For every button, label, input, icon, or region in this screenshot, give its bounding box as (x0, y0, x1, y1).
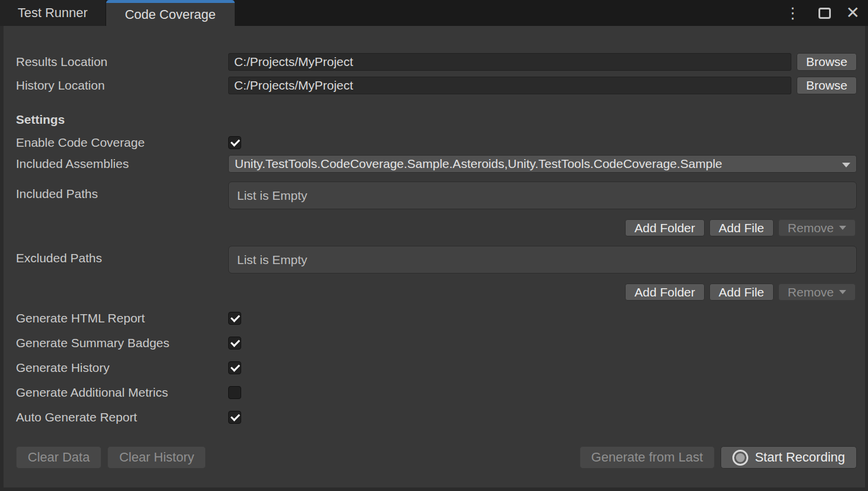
content-area: Results Location C:/Projects/MyProject B… (4, 26, 865, 487)
excluded-paths-label: Excluded Paths (4, 249, 228, 267)
excluded-add-file-button[interactable]: Add File (709, 284, 774, 301)
excluded-add-folder-button[interactable]: Add Folder (625, 284, 705, 301)
settings-header: Settings (4, 113, 65, 127)
maximize-icon[interactable] (818, 8, 831, 19)
auto-generate-report-row: Auto Generate Report (4, 410, 857, 424)
generate-additional-metrics-label: Generate Additional Metrics (4, 385, 228, 400)
included-paths-buttons: Add Folder Add File Remove (4, 219, 856, 236)
chevron-down-icon (842, 163, 850, 167)
excluded-paths-row: Excluded Paths List is Empty (4, 246, 857, 273)
tab-code-coverage-label: Code Coverage (125, 7, 216, 22)
included-remove-label: Remove (788, 221, 834, 235)
included-paths-empty-text: List is Empty (237, 189, 307, 203)
included-assemblies-dropdown[interactable]: Unity.TestTools.CodeCoverage.Sample.Aste… (228, 155, 857, 173)
included-add-folder-button[interactable]: Add Folder (625, 219, 705, 236)
chevron-down-icon (839, 290, 846, 294)
generate-history-label: Generate History (4, 361, 228, 375)
kebab-menu-icon[interactable]: ⋮ (783, 5, 803, 21)
generate-summary-badges-label: Generate Summary Badges (4, 336, 228, 350)
enable-code-coverage-label: Enable Code Coverage (4, 136, 228, 150)
tab-bar: Test Runner Code Coverage ⋮ ✕ (0, 0, 868, 26)
enable-code-coverage-checkbox[interactable] (228, 136, 241, 149)
generate-summary-badges-checkbox[interactable] (228, 337, 241, 350)
generate-additional-metrics-checkbox[interactable] (228, 386, 241, 399)
record-icon (732, 450, 748, 466)
start-recording-button[interactable]: Start Recording (721, 446, 857, 469)
settings-header-row: Settings (4, 113, 857, 127)
excluded-paths-buttons: Add Folder Add File Remove (4, 284, 856, 301)
results-location-input[interactable]: C:/Projects/MyProject (228, 53, 791, 71)
generate-summary-badges-row: Generate Summary Badges (4, 336, 857, 350)
close-icon[interactable]: ✕ (846, 5, 860, 21)
enable-code-coverage-row: Enable Code Coverage (4, 136, 857, 150)
history-browse-button[interactable]: Browse (797, 77, 857, 94)
results-location-row: Results Location C:/Projects/MyProject B… (4, 53, 857, 71)
generate-additional-metrics-row: Generate Additional Metrics (4, 385, 857, 400)
generate-html-report-row: Generate HTML Report (4, 311, 857, 325)
results-location-label: Results Location (4, 55, 228, 69)
included-paths-list[interactable]: List is Empty (228, 182, 857, 209)
clear-data-button[interactable]: Clear Data (16, 446, 101, 469)
footer-left-group: Clear Data Clear History (16, 446, 206, 469)
window-controls: ⋮ ✕ (783, 0, 860, 26)
code-coverage-window: Test Runner Code Coverage ⋮ ✕ Results Lo… (0, 0, 868, 491)
tab-test-runner[interactable]: Test Runner (0, 0, 106, 26)
clear-history-button[interactable]: Clear History (107, 446, 206, 469)
excluded-paths-list[interactable]: List is Empty (228, 246, 857, 273)
generate-from-last-button[interactable]: Generate from Last (580, 446, 715, 469)
results-browse-button[interactable]: Browse (797, 53, 857, 71)
footer-toolbar: Clear Data Clear History Generate from L… (16, 446, 857, 469)
included-assemblies-value: Unity.TestTools.CodeCoverage.Sample.Aste… (235, 157, 722, 171)
footer-right-group: Generate from Last Start Recording (580, 446, 857, 469)
start-recording-label: Start Recording (755, 450, 845, 465)
tab-test-runner-label: Test Runner (18, 5, 88, 21)
tab-code-coverage[interactable]: Code Coverage (106, 0, 235, 26)
generate-history-row: Generate History (4, 361, 857, 375)
history-location-row: History Location C:/Projects/MyProject B… (4, 77, 857, 94)
included-paths-label: Included Paths (4, 185, 228, 203)
included-paths-row: Included Paths List is Empty (4, 182, 857, 209)
included-assemblies-row: Included Assemblies Unity.TestTools.Code… (4, 155, 857, 173)
auto-generate-report-label: Auto Generate Report (4, 410, 228, 424)
excluded-remove-label: Remove (788, 285, 834, 299)
included-add-file-button[interactable]: Add File (709, 219, 774, 236)
included-remove-button[interactable]: Remove (778, 219, 856, 236)
history-location-input[interactable]: C:/Projects/MyProject (228, 77, 791, 94)
generate-html-report-label: Generate HTML Report (4, 311, 228, 325)
generate-html-report-checkbox[interactable] (228, 312, 241, 325)
history-location-label: History Location (4, 78, 228, 93)
auto-generate-report-checkbox[interactable] (228, 411, 241, 424)
generate-history-checkbox[interactable] (228, 361, 241, 374)
excluded-paths-empty-text: List is Empty (237, 253, 307, 267)
chevron-down-icon (839, 226, 846, 230)
included-assemblies-label: Included Assemblies (4, 157, 228, 171)
excluded-remove-button[interactable]: Remove (778, 284, 856, 301)
